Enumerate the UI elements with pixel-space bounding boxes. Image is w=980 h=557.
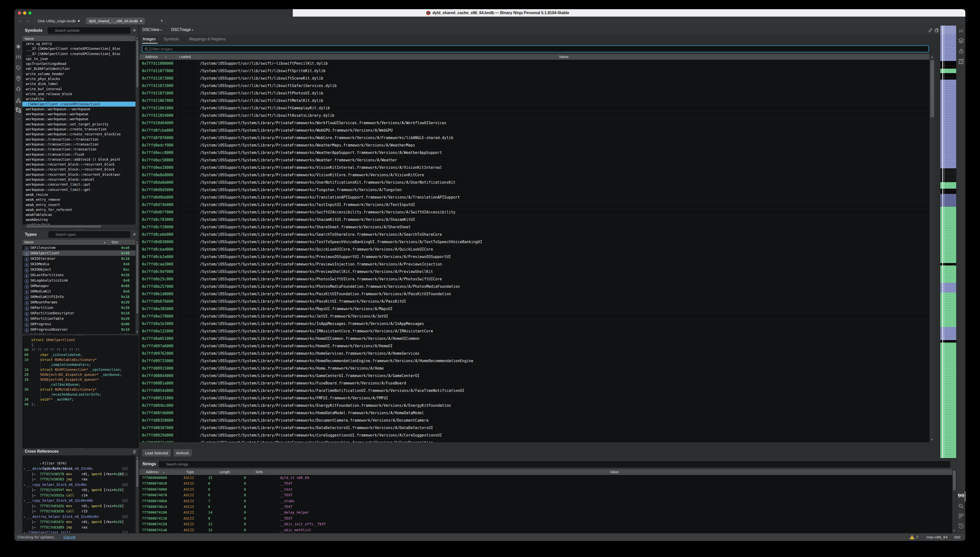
symbol-list-item[interactable]: weak_entry_for_referent (22, 207, 136, 212)
dsctriage-menu[interactable]: DSCTriage ▾ (171, 28, 193, 32)
image-table-row[interactable]: 0x7ffd08531000/System/iOSSupport/System/… (139, 394, 929, 402)
image-table-row[interactable]: 0x7ffd11054000/System/iOSSupport/usr/lib… (139, 112, 929, 119)
image-table-row[interactable]: 0x7ffd0854d000/System/iOSSupport/System/… (139, 387, 929, 394)
symbol-list-item[interactable]: workqueue::transaction::~transaction (22, 142, 136, 147)
symbol-list-item[interactable]: weakTableScan (22, 212, 136, 217)
type-list-item[interactable]: SSKPartitionDescriptor0x18 (22, 310, 136, 316)
history-icon[interactable] (956, 523, 965, 529)
struct-code-line[interactable]: struct SKHelperClient (22, 337, 139, 342)
image-table-row[interactable]: 0x7ffd08fdb000/System/iOSSupport/System/… (139, 409, 929, 417)
image-table-row[interactable]: 0x7ffd0881a000/System/iOSSupport/System/… (139, 379, 929, 387)
xref-instruction[interactable]: |← 7ff917e5955a callr14 (22, 493, 136, 498)
xref-instruction[interactable]: |← 7ff917e58583 jmprax (22, 477, 136, 482)
symbol-list-item[interactable]: write_buf_internal (22, 86, 136, 91)
filter-images-box[interactable] (142, 46, 929, 52)
image-table-row[interactable]: 0x7ffd0cf20000/System/iOSSupport/System/… (139, 223, 929, 231)
layers-icon[interactable] (956, 38, 965, 43)
dscview-menu[interactable]: DSCView ▾ (142, 28, 162, 32)
struct-code-line[interactable]: _recacheAbuseLimiterInfo; (22, 392, 139, 397)
image-table-row[interactable]: 0x7ffd0f8f6000/System/iOSSupport/System/… (139, 134, 929, 142)
string-table-row[interactable]: 7ff800074118ASCII60__TEXT (139, 516, 952, 521)
image-table-row[interactable]: 0x7ffd0b076000/System/iOSSupport/System/… (139, 298, 929, 305)
image-table-row[interactable]: 0x7ffd11077000/System/iOSSupport/usr/lib… (139, 67, 929, 75)
platform-label[interactable]: mac-x86_64 (926, 535, 947, 539)
more-icon[interactable]: ⋯ (15, 116, 22, 121)
string-table-row[interactable]: 7ff8000740b8ASCII70__stubs (139, 498, 952, 504)
col-name[interactable]: Name (198, 54, 929, 60)
struct-code-line[interactable]: 10struct NSMutableDictionary* (22, 357, 139, 362)
symbol-list-item[interactable]: workqueue::workqueue::create_recurrent_b… (22, 132, 136, 137)
type-list-item[interactable]: SSKMediaKitFSInfo0x10 (22, 294, 136, 300)
struct-code-line[interactable]: 00?? ?? ?? ?? ?? ?? ?? ?? (22, 347, 139, 352)
image-table-row[interactable]: 0x7ffd08358000/System/iOSSupport/System/… (139, 417, 929, 424)
struct-code-line[interactable]: 18struct NSXPCConnection* _xpcConnection… (22, 367, 139, 372)
warning-count[interactable]: 7 (916, 535, 918, 539)
image-table-row[interactable]: 0x7ffd0ec58000/System/iOSSupport/System/… (139, 156, 929, 164)
locations-icon[interactable] (15, 76, 22, 81)
col-address[interactable]: Address (146, 469, 158, 475)
image-table-row[interactable]: 0x7ffd0b25c000/System/iOSSupport/System/… (139, 275, 929, 283)
xref-instruction[interactable]: |← 7ff917e5954f movrdi, qword [rsi+0x20] (22, 487, 136, 493)
col-refs[interactable]: Refs (242, 469, 277, 475)
image-table-row[interactable]: 0x7ffd0ea18000/System/iOSSupport/System/… (139, 164, 929, 171)
type-list-item[interactable]: SSKIOObject0xc (22, 267, 136, 272)
type-list-item[interactable]: SSKLogAnalyticsSink0x0 (22, 278, 136, 283)
log-icon[interactable] (956, 513, 965, 518)
symbol-list-item[interactable]: workqueue::transaction::flush (22, 152, 136, 157)
image-table-row[interactable]: 0x7ffd097a6000/System/iOSSupport/System/… (139, 342, 929, 350)
symbol-list-item[interactable]: workqueue::workqueue::workqueue (22, 112, 136, 117)
symbol-list-item[interactable]: workqueue::workqueue::~workqueue (22, 107, 136, 112)
tab-disk-utility[interactable]: Disk Utility_origin.bndb (35, 18, 83, 24)
bugs-icon[interactable] (15, 86, 22, 91)
symbol-list-item[interactable]: weak_resize (22, 192, 136, 197)
strings-icon[interactable]: 99 (956, 493, 965, 498)
back-icon[interactable]: ← (18, 18, 23, 23)
string-table-row[interactable]: 7ff8000741a8ASCII150__objc_methlist (139, 527, 952, 533)
type-list-item[interactable]: SSKProgressObserver0x18 (22, 327, 136, 332)
type-list-item[interactable]: SSKHelperClient0x40 (22, 250, 136, 256)
type-list-item[interactable]: SSKManager0x68 (22, 283, 136, 288)
forward-icon[interactable]: → (26, 18, 31, 23)
image-table-row[interactable]: 0x7ffd0d6ff000/System/iOSSupport/System/… (139, 208, 929, 216)
symbol-list-item[interactable]: xdr_DLDbFlatIdentifier (22, 66, 136, 71)
image-table-row[interactable]: 0x7ffd11072000/System/iOSSupport/usr/lib… (139, 82, 929, 90)
type-list-item[interactable]: SSKLastPartitions0x20 (22, 272, 136, 278)
image-table-row[interactable]: 0x7ffd0a132000/System/iOSSupport/System/… (139, 327, 929, 335)
image-table-row[interactable]: 0x7ffd11080000/System/iOSSupport/usr/lib… (139, 60, 929, 67)
xref-instruction[interactable]: |← 7ff917e83d2b movrdi, qword [rsi+0x20] (22, 503, 136, 509)
image-table-row[interactable]: 0x7ffd0b1d0000/System/iOSSupport/System/… (139, 290, 929, 298)
symbol-list-item[interactable]: workqueue::transaction::transaction (22, 147, 136, 152)
symbol-list-item[interactable]: write_phys_blocks (22, 77, 136, 81)
symbol-list-item[interactable]: workqueue::transaction::~transaction (22, 137, 136, 142)
tab-symbols[interactable]: Symbols (164, 37, 179, 41)
image-table-row[interactable]: 0x7ffd08307000/System/iOSSupport/System/… (139, 424, 929, 432)
symbol-list-item[interactable]: workqueue::recurrent_block::~recurrent_b… (22, 162, 136, 167)
string-table-row[interactable]: 7ff800074158ASCII220__objc_init_offs__TE… (139, 521, 952, 527)
image-table-row[interactable]: 0x7ffd0cf83000/System/iOSSupport/System/… (139, 216, 929, 223)
image-table-row[interactable]: 0x7ffd0c9df000/System/iOSSupport/System/… (139, 268, 929, 275)
image-table-row[interactable]: 0x7ffd11071000/System/iOSSupport/usr/lib… (139, 90, 929, 97)
types-column-header[interactable]: Name ▴ Size (22, 240, 136, 245)
struct-code-line[interactable]: 38void** _authRef; (22, 397, 139, 402)
current-address[interactable]: 0x0 (954, 535, 960, 539)
symbol-list-item[interactable]: workqueue::concurrent_limit::put (22, 182, 136, 187)
image-table-row[interactable]: 0x7ffd0fcba000/System/iOSSupport/System/… (139, 127, 929, 134)
symbol-list-item[interactable]: workqueue::recurrent_block::cancel (22, 177, 136, 182)
image-table-row[interactable]: 0x7ffd084bc000/System/iOSSupport/System/… (139, 402, 929, 409)
symbol-list-item[interactable]: zero_sg_entry (22, 41, 136, 46)
symbols-icon[interactable] (15, 44, 22, 49)
image-table-row[interactable]: 0x7ffd0edcf000/System/iOSSupport/System/… (139, 142, 929, 149)
struct-code-line[interactable]: 30struct NSMutableDictionary* (22, 387, 139, 392)
xrefs-code-refs-row[interactable]: ▾Code References {671} (22, 461, 136, 466)
type-list-item[interactable]: SSKFilesystem0xa8 (22, 245, 136, 250)
xref-function-group[interactable]: ▾___copy_helper_block_e8_32s40s{2} (22, 482, 136, 488)
types-search-input[interactable] (48, 231, 130, 238)
types-icon[interactable]: {T} (15, 55, 22, 59)
symbol-list-item[interactable]: -[SKHelperClient createXPCConnection] (22, 102, 136, 107)
struct-code-line[interactable]: 28NSObject<OS_dispatch_queue>* (22, 377, 139, 382)
symbol-list-item[interactable]: weakDestroy (22, 217, 136, 222)
image-table-row[interactable]: 0x7ffd08844000/System/iOSSupport/System/… (139, 372, 929, 379)
expression-icon[interactable]: (x) (956, 29, 965, 33)
symbol-list-item[interactable]: weak_entry_remove (22, 197, 136, 202)
entropy-minimap[interactable] (940, 26, 956, 458)
